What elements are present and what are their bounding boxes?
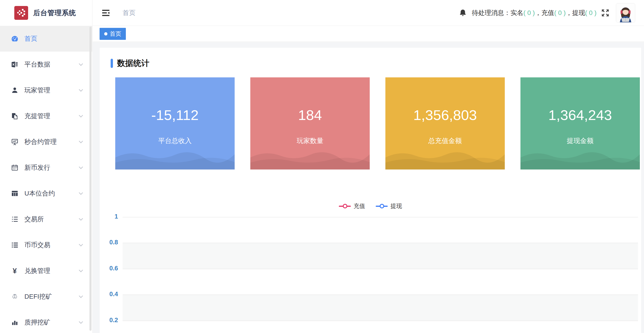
- sidebar-item-label: 兑换管理: [24, 267, 50, 275]
- app-logo-icon: [14, 6, 28, 20]
- sidebar-item-player-manage[interactable]: 玩家管理: [0, 77, 92, 103]
- chart-legend: 充值 提现: [100, 202, 641, 210]
- topbar-right: 待处理消息：实名( 0 )，充值( 0 )，提现( 0 ): [458, 3, 635, 22]
- sidebar-header: 后台管理系统: [0, 0, 92, 26]
- chevron-down-icon: [78, 216, 84, 222]
- claw-icon: [10, 293, 19, 301]
- copy-document-icon: [10, 112, 19, 120]
- chevron-down-icon: [78, 242, 84, 248]
- sidebar-item-swap-manage[interactable]: ¥ 兑换管理: [0, 258, 92, 284]
- section-header: 数据统计: [100, 48, 641, 69]
- y-axis-tick: 0.6: [100, 265, 118, 272]
- chevron-down-icon: [78, 268, 84, 274]
- legend-label: 提现: [390, 202, 402, 210]
- line-marker-icon: [339, 204, 351, 209]
- gridline: [122, 217, 638, 217]
- stat-card-player-count: 184 玩家数量: [250, 77, 370, 169]
- collapse-sidebar-icon[interactable]: [101, 8, 111, 18]
- fullscreen-icon[interactable]: [601, 8, 610, 17]
- tab-label: 首页: [110, 30, 121, 37]
- gridline: [122, 295, 638, 295]
- sidebar-item-home[interactable]: 首页: [0, 26, 92, 51]
- user-icon: [10, 86, 19, 94]
- sidebar-item-label: DEFI挖矿: [24, 292, 52, 301]
- stat-card-platform-income: -15,112 平台总收入: [115, 77, 235, 169]
- sidebar-item-label: 质押挖矿: [24, 318, 50, 327]
- wave-decoration: [115, 148, 235, 169]
- pending-messages: 待处理消息：实名( 0 )，充值( 0 )，提现( 0 ): [472, 8, 596, 17]
- sidebar-item-coin-trade[interactable]: 币币交易: [0, 232, 92, 258]
- wave-decoration: [250, 148, 370, 169]
- content-area: 数据统计 -15,112 平台总收入 184 玩家数量 1,356,803 总充…: [93, 42, 644, 333]
- stat-card-withdraw-amount: 1,364,243 提现金额: [520, 77, 640, 169]
- page-title: 数据统计: [117, 58, 149, 69]
- y-axis-tick: 0.4: [100, 291, 118, 298]
- wave-decoration: [386, 148, 505, 169]
- chevron-down-icon: [78, 113, 84, 119]
- app-title: 后台管理系统: [33, 8, 76, 18]
- topbar: 首页 待处理消息：实名( 0 )，充值( 0 )，提现( 0 ): [93, 0, 644, 26]
- sidebar-item-label: 平台数据: [24, 60, 50, 69]
- tabbar: 首页: [93, 26, 644, 42]
- gridline: [122, 321, 638, 321]
- sidebar-item-exchange[interactable]: 交易所: [0, 206, 92, 232]
- chevron-down-icon: [78, 190, 84, 196]
- table-grid-icon: [10, 189, 19, 198]
- breadcrumb[interactable]: 首页: [122, 8, 136, 17]
- main-area: 首页 待处理消息：实名( 0 )，充值( 0 )，提现( 0 ): [93, 0, 644, 333]
- chart-board-icon: [10, 138, 19, 146]
- sidebar-item-defi-mining[interactable]: DEFI挖矿: [0, 284, 92, 310]
- sidebar-item-label: 秒合约管理: [24, 137, 57, 146]
- legend-item-withdraw[interactable]: 提现: [376, 202, 402, 210]
- y-axis-tick: 0.2: [100, 317, 118, 324]
- sidebar-scrollbar[interactable]: [90, 27, 92, 331]
- sidebar-item-second-contract[interactable]: 秒合约管理: [0, 129, 92, 155]
- sidebar-item-staking-mining[interactable]: 质押挖矿: [0, 310, 92, 333]
- stat-label: 总充值金额: [386, 136, 505, 146]
- y-axis-tick: 0.8: [100, 239, 118, 246]
- notice-text: ，提现: [566, 9, 585, 16]
- yen-icon: ¥: [10, 267, 19, 275]
- split-area-band: [122, 243, 638, 269]
- stat-label: 玩家数量: [250, 136, 370, 146]
- dashboard-icon: [10, 34, 19, 43]
- legend-label: 充值: [354, 202, 365, 210]
- sidebar-item-label: 充提管理: [24, 112, 50, 120]
- stat-value: 1,356,803: [386, 107, 505, 123]
- sidebar-item-label: 交易所: [24, 215, 44, 224]
- calendar-icon: [10, 164, 19, 172]
- stat-value: -15,112: [115, 107, 235, 123]
- sidebar-item-u-contract[interactable]: U本位合约: [0, 181, 92, 206]
- sidebar-item-label: 币币交易: [24, 241, 50, 249]
- sidebar-item-new-coin[interactable]: 新币发行: [0, 155, 92, 181]
- sidebar-item-label: U本位合约: [24, 189, 55, 198]
- gridline: [122, 269, 638, 269]
- stat-label: 平台总收入: [115, 136, 235, 146]
- y-axis-tick: 1: [100, 213, 118, 220]
- recharge-count: ( 0 ): [554, 9, 566, 16]
- stat-value: 1,364,243: [520, 107, 640, 123]
- chevron-down-icon: [78, 165, 84, 171]
- split-area-band: [122, 295, 638, 321]
- legend-item-recharge[interactable]: 充值: [339, 202, 365, 210]
- sidebar-item-label: 首页: [24, 34, 37, 43]
- excel-file-icon: [10, 60, 19, 69]
- realname-count: ( 0 ): [524, 9, 535, 16]
- tab-home[interactable]: 首页: [100, 28, 126, 40]
- sidebar-item-platform-data[interactable]: 平台数据: [0, 51, 92, 77]
- avatar[interactable]: [616, 3, 635, 22]
- gridline: [122, 243, 638, 243]
- tab-active-dot: [104, 32, 108, 35]
- sidebar-item-deposit-withdraw[interactable]: 充提管理: [0, 103, 92, 129]
- notice-text: ，充值: [535, 9, 554, 16]
- bell-icon[interactable]: [458, 8, 467, 17]
- withdraw-count: ( 0 ): [585, 9, 596, 16]
- sidebar: 后台管理系统 首页 平台数据 玩家管理 充提管理 秒合约管理: [0, 0, 92, 333]
- section-accent-bar: [111, 59, 113, 68]
- chevron-down-icon: [78, 87, 84, 93]
- chevron-down-icon: [78, 139, 84, 145]
- stat-card-total-recharge: 1,356,803 总充值金额: [386, 77, 505, 169]
- wave-decoration: [520, 148, 640, 169]
- notice-text: 待处理消息：实名: [472, 9, 524, 16]
- list-icon: [10, 241, 19, 249]
